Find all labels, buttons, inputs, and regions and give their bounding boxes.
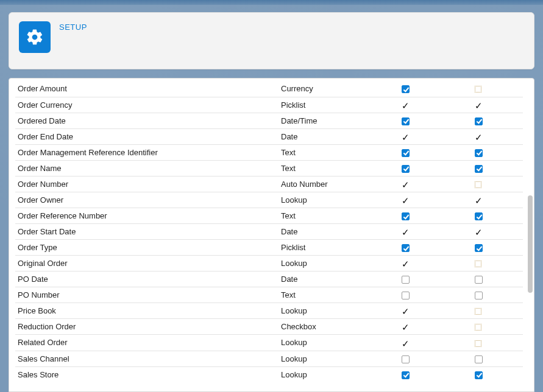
- field-type: Checkbox: [281, 322, 316, 331]
- field-label[interactable]: Order Currency: [18, 100, 73, 110]
- gear-icon: [26, 28, 44, 46]
- col1-checkbox-unchecked[interactable]: [402, 292, 410, 299]
- col2-checkbox-checked[interactable]: [475, 165, 483, 173]
- col2-check-icon: ✓: [475, 102, 483, 110]
- setup-gear-tile: [19, 21, 51, 53]
- col2-checkbox-checked[interactable]: [475, 244, 483, 252]
- table-row: PO DateDate: [15, 271, 523, 287]
- field-label[interactable]: Order Number: [18, 180, 68, 189]
- col1-checkbox-checked[interactable]: [402, 85, 410, 93]
- col1-checkbox-unchecked[interactable]: [402, 276, 410, 284]
- vertical-scrollbar[interactable]: [528, 195, 533, 293]
- table-row: Order End DateDate✓✓: [15, 128, 523, 144]
- field-label[interactable]: Original Order: [18, 259, 68, 268]
- field-type: Lookup: [281, 370, 307, 379]
- col2-disabled-box: [475, 181, 481, 188]
- col2-checkbox-checked[interactable]: [475, 212, 483, 220]
- col2-disabled-box: [475, 324, 481, 331]
- setup-label: SETUP: [59, 23, 87, 32]
- col2-check-icon: ✓: [475, 228, 483, 236]
- table-row: Price BookLookup✓: [15, 303, 523, 319]
- col1-check-icon: ✓: [402, 340, 410, 348]
- col2-disabled-box: [475, 308, 481, 315]
- window-top-trim: [0, 0, 543, 5]
- field-type: Date/Time: [281, 116, 317, 125]
- col1-checkbox-checked[interactable]: [402, 165, 410, 173]
- field-type: Lookup: [281, 338, 307, 347]
- field-label[interactable]: PO Date: [18, 275, 48, 284]
- table-row: Order OwnerLookup✓✓: [15, 192, 523, 208]
- col1-check-icon: ✓: [402, 323, 410, 331]
- table-row: Related OrderLookup✓: [15, 335, 523, 351]
- col2-checkbox-checked[interactable]: [475, 149, 483, 157]
- field-label[interactable]: Order Amount: [18, 84, 67, 93]
- field-type: Picklist: [281, 100, 305, 110]
- table-row: Original OrderLookup✓: [15, 256, 523, 271]
- field-label[interactable]: Price Book: [18, 306, 56, 315]
- table-row: Reduction OrderCheckbox✓: [15, 319, 523, 335]
- col2-disabled-box: [475, 340, 481, 347]
- table-row: Sales ChannelLookup: [15, 351, 523, 366]
- field-label[interactable]: Ordered Date: [18, 116, 66, 125]
- field-label[interactable]: Sales Channel: [18, 354, 69, 363]
- field-label[interactable]: Order Reference Number: [18, 211, 107, 220]
- col1-check-icon: ✓: [402, 228, 410, 236]
- table-row: Order NumberAuto Number✓: [15, 176, 523, 192]
- col2-checkbox-checked[interactable]: [475, 371, 483, 379]
- table-row: Order Start DateDate✓✓: [15, 224, 523, 240]
- table-row: Order Reference NumberText: [15, 208, 523, 223]
- field-label[interactable]: Reduction Order: [18, 322, 76, 331]
- col1-check-icon: ✓: [402, 307, 410, 315]
- field-label[interactable]: Order Owner: [18, 195, 63, 205]
- setup-header-card: SETUP: [9, 12, 534, 69]
- table-row: Order AmountCurrency: [15, 81, 523, 97]
- fields-table: Order AmountCurrencyOrder CurrencyPickli…: [15, 81, 523, 382]
- col1-check-icon: ✓: [402, 181, 410, 189]
- field-type: Date: [281, 275, 297, 284]
- fields-panel: Order AmountCurrencyOrder CurrencyPickli…: [9, 78, 534, 392]
- table-row: Order TypePicklist: [15, 240, 523, 256]
- field-type: Date: [281, 132, 297, 141]
- field-label[interactable]: Order Start Date: [18, 227, 76, 236]
- field-type: Text: [281, 211, 296, 220]
- col2-check-icon: ✓: [475, 197, 483, 205]
- table-row: PO NumberText: [15, 287, 523, 303]
- col1-checkbox-checked[interactable]: [402, 244, 410, 252]
- table-row: Sales StoreLookup: [15, 366, 523, 382]
- field-label[interactable]: Order Name: [18, 164, 62, 173]
- col2-checkbox-unchecked[interactable]: [475, 292, 483, 299]
- field-type: Text: [281, 148, 296, 157]
- field-label[interactable]: PO Number: [18, 290, 60, 299]
- col1-checkbox-checked[interactable]: [402, 371, 410, 379]
- field-type: Lookup: [281, 195, 307, 205]
- field-type: Text: [281, 164, 296, 173]
- fields-scroll-area: Order AmountCurrencyOrder CurrencyPickli…: [15, 81, 523, 391]
- col1-check-icon: ✓: [402, 102, 410, 110]
- field-type: Picklist: [281, 243, 305, 252]
- field-type: Text: [281, 290, 296, 299]
- field-label[interactable]: Sales Store: [18, 370, 59, 379]
- field-type: Lookup: [281, 306, 307, 315]
- field-label[interactable]: Related Order: [18, 338, 68, 347]
- field-type: Date: [281, 227, 297, 236]
- col2-disabled-box: [475, 261, 481, 267]
- col2-check-icon: ✓: [475, 133, 483, 141]
- field-type: Lookup: [281, 259, 307, 268]
- field-type: Currency: [281, 84, 313, 93]
- table-row: Order CurrencyPicklist✓✓: [15, 97, 523, 113]
- col1-checkbox-unchecked[interactable]: [402, 355, 410, 363]
- col1-checkbox-checked[interactable]: [402, 149, 410, 157]
- field-type: Auto Number: [281, 180, 328, 189]
- col2-checkbox-checked[interactable]: [475, 117, 483, 125]
- table-row: Ordered DateDate/Time: [15, 113, 523, 128]
- field-label[interactable]: Order End Date: [18, 132, 73, 141]
- col1-check-icon: ✓: [402, 197, 410, 205]
- col1-check-icon: ✓: [402, 260, 410, 268]
- col1-check-icon: ✓: [402, 133, 410, 141]
- field-label[interactable]: Order Management Reference Identifier: [18, 148, 158, 157]
- col2-checkbox-unchecked[interactable]: [475, 355, 483, 363]
- field-label[interactable]: Order Type: [18, 243, 57, 252]
- col2-checkbox-unchecked[interactable]: [475, 276, 483, 284]
- col1-checkbox-checked[interactable]: [402, 212, 410, 220]
- col1-checkbox-checked[interactable]: [402, 117, 410, 125]
